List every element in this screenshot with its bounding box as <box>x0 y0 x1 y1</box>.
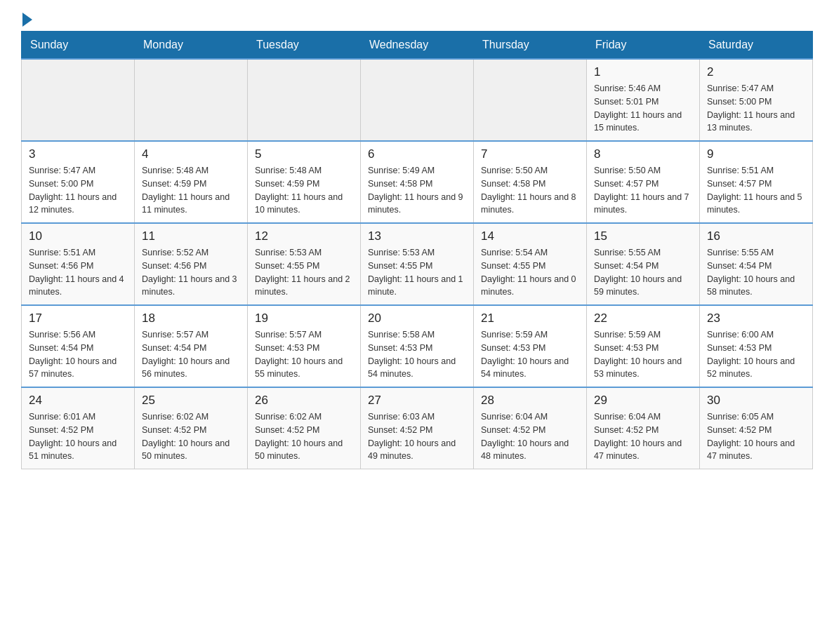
calendar-cell: 16Sunrise: 5:55 AM Sunset: 4:54 PM Dayli… <box>700 223 813 305</box>
day-header-wednesday: Wednesday <box>361 32 474 60</box>
day-info: Sunrise: 5:53 AM Sunset: 4:55 PM Dayligh… <box>368 246 466 299</box>
day-number: 18 <box>142 311 240 326</box>
week-row-3: 10Sunrise: 5:51 AM Sunset: 4:56 PM Dayli… <box>22 223 813 305</box>
day-info: Sunrise: 5:53 AM Sunset: 4:55 PM Dayligh… <box>255 246 353 299</box>
day-number: 24 <box>29 394 127 408</box>
day-number: 1 <box>594 65 692 79</box>
day-number: 13 <box>368 229 466 243</box>
day-number: 17 <box>29 311 127 326</box>
day-info: Sunrise: 6:04 AM Sunset: 4:52 PM Dayligh… <box>481 410 579 463</box>
day-number: 9 <box>707 147 805 161</box>
week-row-2: 3Sunrise: 5:47 AM Sunset: 5:00 PM Daylig… <box>22 141 813 223</box>
calendar-cell: 3Sunrise: 5:47 AM Sunset: 5:00 PM Daylig… <box>22 141 135 223</box>
day-info: Sunrise: 6:03 AM Sunset: 4:52 PM Dayligh… <box>368 410 466 463</box>
day-number: 20 <box>368 311 466 326</box>
calendar-cell <box>361 59 474 141</box>
calendar-cell: 25Sunrise: 6:02 AM Sunset: 4:52 PM Dayli… <box>135 387 248 469</box>
day-header-tuesday: Tuesday <box>248 32 361 60</box>
day-number: 6 <box>368 147 466 161</box>
page-header <box>21 14 813 24</box>
day-number: 3 <box>29 147 127 161</box>
day-info: Sunrise: 6:02 AM Sunset: 4:52 PM Dayligh… <box>255 410 353 463</box>
week-row-1: 1Sunrise: 5:46 AM Sunset: 5:01 PM Daylig… <box>22 59 813 141</box>
calendar-cell: 9Sunrise: 5:51 AM Sunset: 4:57 PM Daylig… <box>700 141 813 223</box>
day-info: Sunrise: 5:56 AM Sunset: 4:54 PM Dayligh… <box>29 328 127 381</box>
day-info: Sunrise: 5:50 AM Sunset: 4:58 PM Dayligh… <box>481 164 579 217</box>
day-number: 8 <box>594 147 692 161</box>
day-info: Sunrise: 5:59 AM Sunset: 4:53 PM Dayligh… <box>594 328 692 381</box>
day-info: Sunrise: 5:46 AM Sunset: 5:01 PM Dayligh… <box>594 82 692 135</box>
calendar-cell: 14Sunrise: 5:54 AM Sunset: 4:55 PM Dayli… <box>474 223 587 305</box>
day-number: 14 <box>481 229 579 243</box>
day-number: 16 <box>707 229 805 243</box>
day-info: Sunrise: 6:01 AM Sunset: 4:52 PM Dayligh… <box>29 410 127 463</box>
day-number: 21 <box>481 311 579 326</box>
week-row-4: 17Sunrise: 5:56 AM Sunset: 4:54 PM Dayli… <box>22 305 813 387</box>
calendar-cell: 21Sunrise: 5:59 AM Sunset: 4:53 PM Dayli… <box>474 305 587 387</box>
calendar-cell: 12Sunrise: 5:53 AM Sunset: 4:55 PM Dayli… <box>248 223 361 305</box>
calendar-cell: 10Sunrise: 5:51 AM Sunset: 4:56 PM Dayli… <box>22 223 135 305</box>
day-header-sunday: Sunday <box>22 32 135 60</box>
calendar-cell: 5Sunrise: 5:48 AM Sunset: 4:59 PM Daylig… <box>248 141 361 223</box>
day-info: Sunrise: 5:48 AM Sunset: 4:59 PM Dayligh… <box>255 164 353 217</box>
day-number: 7 <box>481 147 579 161</box>
day-number: 10 <box>29 229 127 243</box>
calendar-cell: 28Sunrise: 6:04 AM Sunset: 4:52 PM Dayli… <box>474 387 587 469</box>
calendar-cell: 1Sunrise: 5:46 AM Sunset: 5:01 PM Daylig… <box>587 59 700 141</box>
day-info: Sunrise: 6:02 AM Sunset: 4:52 PM Dayligh… <box>142 410 240 463</box>
day-info: Sunrise: 6:04 AM Sunset: 4:52 PM Dayligh… <box>594 410 692 463</box>
week-row-5: 24Sunrise: 6:01 AM Sunset: 4:52 PM Dayli… <box>22 387 813 469</box>
day-info: Sunrise: 6:00 AM Sunset: 4:53 PM Dayligh… <box>707 328 805 381</box>
day-number: 29 <box>594 394 692 408</box>
day-number: 30 <box>707 394 805 408</box>
calendar-cell: 15Sunrise: 5:55 AM Sunset: 4:54 PM Dayli… <box>587 223 700 305</box>
logo-arrow-icon <box>22 13 32 27</box>
day-info: Sunrise: 5:51 AM Sunset: 4:56 PM Dayligh… <box>29 246 127 299</box>
calendar-cell <box>135 59 248 141</box>
calendar-cell: 20Sunrise: 5:58 AM Sunset: 4:53 PM Dayli… <box>361 305 474 387</box>
day-number: 26 <box>255 394 353 408</box>
calendar-cell: 4Sunrise: 5:48 AM Sunset: 4:59 PM Daylig… <box>135 141 248 223</box>
calendar-cell: 27Sunrise: 6:03 AM Sunset: 4:52 PM Dayli… <box>361 387 474 469</box>
calendar-cell: 7Sunrise: 5:50 AM Sunset: 4:58 PM Daylig… <box>474 141 587 223</box>
day-number: 27 <box>368 394 466 408</box>
calendar-cell: 18Sunrise: 5:57 AM Sunset: 4:54 PM Dayli… <box>135 305 248 387</box>
calendar-cell: 8Sunrise: 5:50 AM Sunset: 4:57 PM Daylig… <box>587 141 700 223</box>
day-info: Sunrise: 6:05 AM Sunset: 4:52 PM Dayligh… <box>707 410 805 463</box>
day-number: 2 <box>707 65 805 79</box>
day-header-saturday: Saturday <box>700 32 813 60</box>
day-number: 4 <box>142 147 240 161</box>
day-info: Sunrise: 5:52 AM Sunset: 4:56 PM Dayligh… <box>142 246 240 299</box>
day-number: 11 <box>142 229 240 243</box>
day-info: Sunrise: 5:57 AM Sunset: 4:54 PM Dayligh… <box>142 328 240 381</box>
day-info: Sunrise: 5:55 AM Sunset: 4:54 PM Dayligh… <box>594 246 692 299</box>
day-number: 22 <box>594 311 692 326</box>
calendar-cell <box>22 59 135 141</box>
calendar-cell: 23Sunrise: 6:00 AM Sunset: 4:53 PM Dayli… <box>700 305 813 387</box>
day-header-friday: Friday <box>587 32 700 60</box>
calendar-cell: 19Sunrise: 5:57 AM Sunset: 4:53 PM Dayli… <box>248 305 361 387</box>
calendar-cell: 13Sunrise: 5:53 AM Sunset: 4:55 PM Dayli… <box>361 223 474 305</box>
day-info: Sunrise: 5:54 AM Sunset: 4:55 PM Dayligh… <box>481 246 579 299</box>
day-info: Sunrise: 5:57 AM Sunset: 4:53 PM Dayligh… <box>255 328 353 381</box>
day-info: Sunrise: 5:50 AM Sunset: 4:57 PM Dayligh… <box>594 164 692 217</box>
calendar-cell: 2Sunrise: 5:47 AM Sunset: 5:00 PM Daylig… <box>700 59 813 141</box>
calendar-cell <box>248 59 361 141</box>
day-header-monday: Monday <box>135 32 248 60</box>
day-info: Sunrise: 5:58 AM Sunset: 4:53 PM Dayligh… <box>368 328 466 381</box>
days-header-row: SundayMondayTuesdayWednesdayThursdayFrid… <box>22 32 813 60</box>
day-info: Sunrise: 5:49 AM Sunset: 4:58 PM Dayligh… <box>368 164 466 217</box>
calendar-cell: 17Sunrise: 5:56 AM Sunset: 4:54 PM Dayli… <box>22 305 135 387</box>
day-info: Sunrise: 5:47 AM Sunset: 5:00 PM Dayligh… <box>29 164 127 217</box>
day-number: 19 <box>255 311 353 326</box>
logo <box>21 14 32 24</box>
day-info: Sunrise: 5:59 AM Sunset: 4:53 PM Dayligh… <box>481 328 579 381</box>
day-info: Sunrise: 5:47 AM Sunset: 5:00 PM Dayligh… <box>707 82 805 135</box>
calendar-cell: 24Sunrise: 6:01 AM Sunset: 4:52 PM Dayli… <box>22 387 135 469</box>
day-number: 23 <box>707 311 805 326</box>
day-number: 12 <box>255 229 353 243</box>
day-number: 15 <box>594 229 692 243</box>
day-info: Sunrise: 5:48 AM Sunset: 4:59 PM Dayligh… <box>142 164 240 217</box>
day-info: Sunrise: 5:55 AM Sunset: 4:54 PM Dayligh… <box>707 246 805 299</box>
day-info: Sunrise: 5:51 AM Sunset: 4:57 PM Dayligh… <box>707 164 805 217</box>
